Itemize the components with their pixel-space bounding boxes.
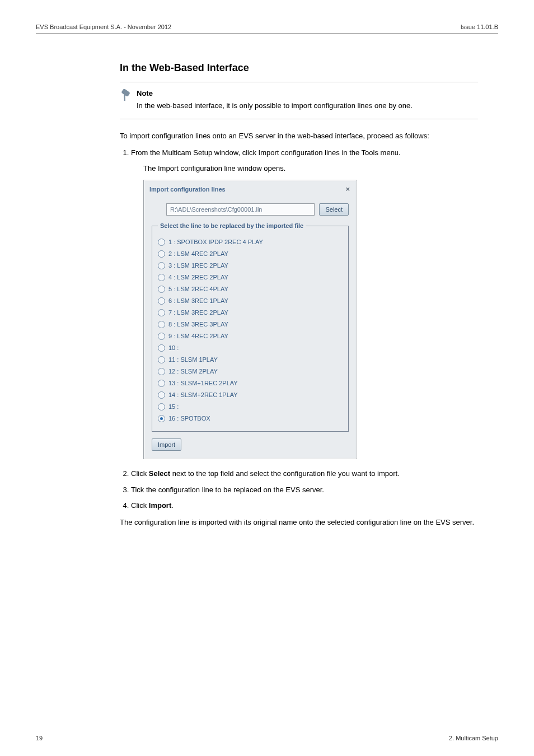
config-line-option[interactable]: 12 : SLSM 2PLAY: [158, 367, 343, 376]
config-line-label: 8 : LSM 3REC 3PLAY: [168, 320, 228, 329]
header-right: Issue 11.01.B: [461, 24, 498, 30]
radio-icon[interactable]: [158, 297, 165, 305]
path-row: R:\ADL\Screenshots\Cfg00001.lin Select: [166, 203, 349, 216]
dialog-title: Import configuration lines: [149, 185, 226, 194]
note-title: Note: [137, 88, 413, 99]
step-4-bold: Import: [149, 501, 171, 510]
line-select-fieldset: Select the line to be replaced by the im…: [152, 221, 349, 432]
step-1-result: The Import configuration line window ope…: [143, 163, 478, 174]
pushpin-icon: [120, 89, 132, 104]
config-line-label: 7 : LSM 3REC 2PLAY: [168, 308, 228, 318]
radio-icon[interactable]: [158, 368, 165, 375]
radio-icon[interactable]: [158, 274, 165, 281]
radio-icon[interactable]: [158, 333, 165, 340]
radio-icon[interactable]: [158, 344, 165, 352]
dialog-body: R:\ADL\Screenshots\Cfg00001.lin Select S…: [144, 199, 357, 459]
radio-icon[interactable]: [158, 380, 165, 387]
config-line-label: 9 : LSM 4REC 2PLAY: [168, 332, 228, 341]
config-line-option[interactable]: 3 : LSM 1REC 2PLAY: [158, 261, 343, 270]
fieldset-legend: Select the line to be replaced by the im…: [158, 221, 306, 231]
radio-icon[interactable]: [158, 391, 165, 399]
import-button[interactable]: Import: [152, 438, 181, 451]
import-dialog: Import configuration lines × R:\ADL\Scre…: [143, 180, 357, 459]
section-heading: In the Web-Based Interface: [120, 62, 478, 74]
page: EVS Broadcast Equipment S.A. - November …: [0, 0, 534, 756]
footer-page-number: 19: [36, 735, 43, 741]
intro-paragraph: To import configuration lines onto an EV…: [120, 130, 478, 142]
config-line-option[interactable]: 7 : LSM 3REC 2PLAY: [158, 308, 343, 318]
config-line-option[interactable]: 5 : LSM 2REC 4PLAY: [158, 284, 343, 294]
step-2-bold: Select: [149, 469, 170, 478]
radio-icon[interactable]: [158, 403, 165, 410]
close-icon[interactable]: ×: [343, 184, 352, 195]
import-row: Import: [152, 438, 349, 451]
radio-icon[interactable]: [158, 239, 165, 246]
note-body: In the web-based interface, it is only p…: [137, 101, 413, 110]
step-2-pre: Click: [131, 469, 149, 478]
step-1-text: From the Multicam Setup window, click Im…: [131, 148, 401, 157]
step-2: Click Select next to the top field and s…: [131, 468, 478, 479]
step-4-pre: Click: [131, 501, 149, 510]
step-3: Tick the configuration line to be replac…: [131, 484, 478, 496]
config-line-option[interactable]: 8 : LSM 3REC 3PLAY: [158, 320, 343, 329]
radio-icon[interactable]: [158, 321, 165, 328]
radio-icon[interactable]: [158, 415, 165, 422]
config-line-label: 11 : SLSM 1PLAY: [168, 355, 218, 365]
config-line-label: 15 :: [168, 402, 179, 412]
radio-group: 1 : SPOTBOX IPDP 2REC 4 PLAY2 : LSM 4REC…: [158, 237, 343, 424]
content: In the Web-Based Interface Note In the w…: [120, 62, 478, 528]
footer-section: 2. Multicam Setup: [449, 735, 498, 741]
config-line-option[interactable]: 11 : SLSM 1PLAY: [158, 355, 343, 365]
config-line-option[interactable]: 1 : SPOTBOX IPDP 2REC 4 PLAY: [158, 237, 343, 247]
config-line-label: 14 : SLSM+2REC 1PLAY: [168, 390, 238, 400]
header-left: EVS Broadcast Equipment S.A. - November …: [36, 24, 171, 30]
config-line-label: 2 : LSM 4REC 2PLAY: [168, 249, 228, 259]
radio-icon[interactable]: [158, 286, 165, 293]
path-input[interactable]: R:\ADL\Screenshots\Cfg00001.lin: [166, 203, 315, 216]
radio-icon[interactable]: [158, 250, 165, 258]
outro-paragraph: The configuration line is imported with …: [120, 517, 478, 528]
config-line-option[interactable]: 4 : LSM 2REC 2PLAY: [158, 273, 343, 282]
radio-icon[interactable]: [158, 309, 165, 316]
step-1: From the Multicam Setup window, click Im…: [131, 147, 478, 459]
config-line-option[interactable]: 14 : SLSM+2REC 1PLAY: [158, 390, 343, 400]
config-line-label: 16 : SPOTBOX: [168, 414, 210, 423]
step-4-post: .: [171, 501, 174, 510]
config-line-label: 5 : LSM 2REC 4PLAY: [168, 284, 228, 294]
config-line-option[interactable]: 15 :: [158, 402, 343, 412]
config-line-option[interactable]: 2 : LSM 4REC 2PLAY: [158, 249, 343, 259]
dialog-titlebar: Import configuration lines ×: [144, 180, 357, 198]
step-4: Click Import.: [131, 500, 478, 511]
config-line-option[interactable]: 13 : SLSM+1REC 2PLAY: [158, 379, 343, 388]
config-line-label: 1 : SPOTBOX IPDP 2REC 4 PLAY: [168, 237, 263, 247]
select-button[interactable]: Select: [319, 203, 349, 216]
radio-icon[interactable]: [158, 262, 165, 269]
page-header: EVS Broadcast Equipment S.A. - November …: [36, 24, 498, 34]
steps-list: From the Multicam Setup window, click Im…: [120, 147, 478, 511]
config-line-option[interactable]: 6 : LSM 3REC 1PLAY: [158, 296, 343, 306]
radio-icon[interactable]: [158, 356, 165, 363]
config-line-label: 10 :: [168, 343, 179, 353]
config-line-label: 13 : SLSM+1REC 2PLAY: [168, 379, 238, 388]
config-line-label: 4 : LSM 2REC 2PLAY: [168, 273, 228, 282]
config-line-label: 3 : LSM 1REC 2PLAY: [168, 261, 228, 270]
page-footer: 19 2. Multicam Setup: [36, 735, 498, 741]
config-line-label: 12 : SLSM 2PLAY: [168, 367, 218, 376]
config-line-option[interactable]: 9 : LSM 4REC 2PLAY: [158, 332, 343, 341]
step-2-post: next to the top field and select the con…: [170, 469, 400, 478]
config-line-label: 6 : LSM 3REC 1PLAY: [168, 296, 228, 306]
config-line-option[interactable]: 16 : SPOTBOX: [158, 414, 343, 423]
config-line-option[interactable]: 10 :: [158, 343, 343, 353]
note-text: Note In the web-based interface, it is o…: [137, 88, 413, 111]
note-box: Note In the web-based interface, it is o…: [120, 82, 478, 119]
